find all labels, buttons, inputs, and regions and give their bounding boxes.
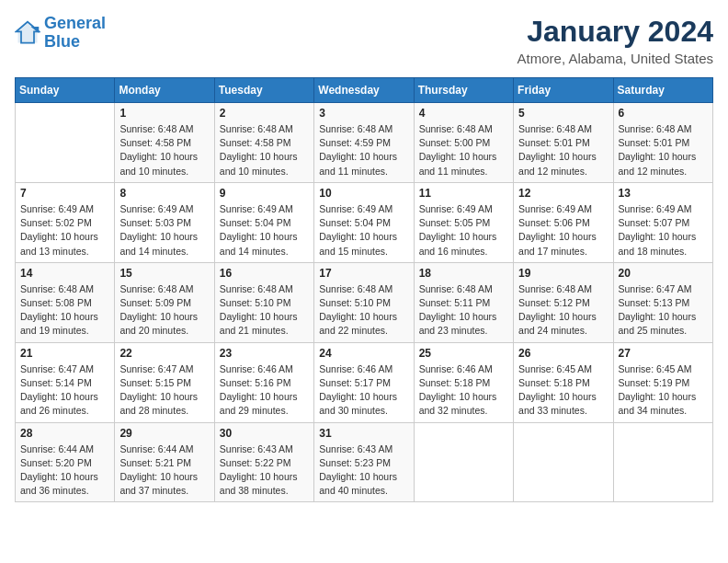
day-info: Sunrise: 6:49 AMSunset: 5:03 PMDaylight:… [119,202,209,259]
calendar-cell: 18Sunrise: 6:48 AMSunset: 5:11 PMDayligh… [414,262,513,342]
day-info: Sunrise: 6:46 AMSunset: 5:16 PMDaylight:… [220,362,309,419]
day-info: Sunrise: 6:48 AMSunset: 4:58 PMDaylight:… [119,122,209,178]
day-info: Sunrise: 6:47 AMSunset: 5:15 PMDaylight:… [119,362,209,419]
calendar-cell: 23Sunrise: 6:46 AMSunset: 5:16 PMDayligh… [214,342,313,422]
calendar-week-row: 7Sunrise: 6:49 AMSunset: 5:02 PMDaylight… [16,182,713,262]
calendar-cell: 30Sunrise: 6:43 AMSunset: 5:22 PMDayligh… [214,422,313,502]
calendar-cell: 21Sunrise: 6:47 AMSunset: 5:14 PMDayligh… [16,342,115,422]
day-info: Sunrise: 6:48 AMSunset: 5:12 PMDaylight:… [518,282,608,339]
day-number: 26 [518,347,608,360]
calendar-cell: 3Sunrise: 6:48 AMSunset: 4:59 PMDaylight… [314,103,414,183]
day-number: 21 [20,347,109,360]
day-info: Sunrise: 6:45 AMSunset: 5:18 PMDaylight:… [518,362,608,419]
calendar-week-row: 28Sunrise: 6:44 AMSunset: 5:20 PMDayligh… [16,422,713,502]
day-number: 5 [518,107,608,120]
calendar-cell: 17Sunrise: 6:48 AMSunset: 5:10 PMDayligh… [314,262,414,342]
calendar-cell: 25Sunrise: 6:46 AMSunset: 5:18 PMDayligh… [414,342,513,422]
column-header-thursday: Thursday [414,78,513,103]
day-number: 31 [319,427,408,440]
day-number: 17 [319,267,408,280]
day-number: 28 [20,427,109,440]
day-number: 7 [20,187,109,200]
column-header-sunday: Sunday [16,78,115,103]
day-info: Sunrise: 6:48 AMSunset: 5:00 PMDaylight:… [419,122,508,178]
calendar-subtitle: Atmore, Alabama, United States [518,51,713,66]
day-number: 3 [319,107,408,120]
day-info: Sunrise: 6:49 AMSunset: 5:04 PMDaylight:… [220,202,309,259]
day-number: 29 [119,427,209,440]
day-number: 4 [419,107,508,120]
day-info: Sunrise: 6:49 AMSunset: 5:06 PMDaylight:… [518,202,608,259]
day-number: 30 [220,427,309,440]
day-info: Sunrise: 6:45 AMSunset: 5:19 PMDaylight:… [619,362,708,419]
day-info: Sunrise: 6:49 AMSunset: 5:07 PMDaylight:… [619,202,708,259]
day-number: 10 [319,187,408,200]
day-info: Sunrise: 6:43 AMSunset: 5:23 PMDaylight:… [319,442,408,499]
calendar-table: SundayMondayTuesdayWednesdayThursdayFrid… [15,77,713,502]
day-info: Sunrise: 6:48 AMSunset: 5:10 PMDaylight:… [319,282,408,339]
calendar-cell: 12Sunrise: 6:49 AMSunset: 5:06 PMDayligh… [514,182,613,262]
calendar-cell: 8Sunrise: 6:49 AMSunset: 5:03 PMDaylight… [115,182,214,262]
day-number: 11 [419,187,508,200]
day-number: 15 [119,267,209,280]
day-info: Sunrise: 6:47 AMSunset: 5:14 PMDaylight:… [20,362,109,419]
day-info: Sunrise: 6:44 AMSunset: 5:21 PMDaylight:… [119,442,209,499]
title-block: January 2024 Atmore, Alabama, United Sta… [518,15,713,66]
calendar-cell: 13Sunrise: 6:49 AMSunset: 5:07 PMDayligh… [613,182,712,262]
day-number: 1 [119,107,209,120]
calendar-cell: 14Sunrise: 6:48 AMSunset: 5:08 PMDayligh… [16,262,115,342]
calendar-title: January 2024 [518,15,713,49]
day-info: Sunrise: 6:48 AMSunset: 5:01 PMDaylight:… [619,122,708,178]
calendar-cell: 6Sunrise: 6:48 AMSunset: 5:01 PMDaylight… [613,103,712,183]
calendar-week-row: 14Sunrise: 6:48 AMSunset: 5:08 PMDayligh… [16,262,713,342]
day-info: Sunrise: 6:46 AMSunset: 5:17 PMDaylight:… [319,362,408,419]
day-number: 25 [419,347,508,360]
day-number: 27 [619,347,708,360]
day-number: 8 [119,187,209,200]
day-info: Sunrise: 6:46 AMSunset: 5:18 PMDaylight:… [419,362,508,419]
day-number: 13 [619,187,708,200]
calendar-cell: 19Sunrise: 6:48 AMSunset: 5:12 PMDayligh… [514,262,613,342]
column-header-tuesday: Tuesday [214,78,313,103]
day-info: Sunrise: 6:43 AMSunset: 5:22 PMDaylight:… [220,442,309,499]
calendar-week-row: 21Sunrise: 6:47 AMSunset: 5:14 PMDayligh… [16,342,713,422]
day-number: 14 [20,267,109,280]
logo-text: GeneralBlue [44,15,106,52]
calendar-cell: 24Sunrise: 6:46 AMSunset: 5:17 PMDayligh… [314,342,414,422]
calendar-cell: 4Sunrise: 6:48 AMSunset: 5:00 PMDaylight… [414,103,513,183]
day-info: Sunrise: 6:48 AMSunset: 5:01 PMDaylight:… [518,122,608,178]
day-info: Sunrise: 6:47 AMSunset: 5:13 PMDaylight:… [619,282,708,339]
logo-icon [15,20,40,46]
calendar-cell: 29Sunrise: 6:44 AMSunset: 5:21 PMDayligh… [115,422,214,502]
column-header-wednesday: Wednesday [314,78,414,103]
calendar-cell: 28Sunrise: 6:44 AMSunset: 5:20 PMDayligh… [16,422,115,502]
day-number: 23 [220,347,309,360]
day-number: 24 [319,347,408,360]
calendar-cell: 27Sunrise: 6:45 AMSunset: 5:19 PMDayligh… [613,342,712,422]
day-info: Sunrise: 6:48 AMSunset: 4:59 PMDaylight:… [319,122,408,178]
page-header: GeneralBlue January 2024 Atmore, Alabama… [15,15,713,66]
day-number: 12 [518,187,608,200]
calendar-cell: 22Sunrise: 6:47 AMSunset: 5:15 PMDayligh… [115,342,214,422]
calendar-cell: 26Sunrise: 6:45 AMSunset: 5:18 PMDayligh… [514,342,613,422]
calendar-cell: 16Sunrise: 6:48 AMSunset: 5:10 PMDayligh… [214,262,313,342]
day-info: Sunrise: 6:49 AMSunset: 5:02 PMDaylight:… [20,202,109,259]
calendar-cell [16,103,115,183]
calendar-cell: 15Sunrise: 6:48 AMSunset: 5:09 PMDayligh… [115,262,214,342]
day-number: 2 [220,107,309,120]
day-info: Sunrise: 6:44 AMSunset: 5:20 PMDaylight:… [20,442,109,499]
calendar-cell: 10Sunrise: 6:49 AMSunset: 5:04 PMDayligh… [314,182,414,262]
calendar-cell: 5Sunrise: 6:48 AMSunset: 5:01 PMDaylight… [514,103,613,183]
day-info: Sunrise: 6:49 AMSunset: 5:05 PMDaylight:… [419,202,508,259]
calendar-header-row: SundayMondayTuesdayWednesdayThursdayFrid… [16,78,713,103]
day-info: Sunrise: 6:48 AMSunset: 5:11 PMDaylight:… [419,282,508,339]
calendar-cell: 20Sunrise: 6:47 AMSunset: 5:13 PMDayligh… [613,262,712,342]
day-info: Sunrise: 6:48 AMSunset: 5:08 PMDaylight:… [20,282,109,339]
calendar-week-row: 1Sunrise: 6:48 AMSunset: 4:58 PMDaylight… [16,103,713,183]
calendar-cell: 2Sunrise: 6:48 AMSunset: 4:58 PMDaylight… [214,103,313,183]
day-number: 20 [619,267,708,280]
calendar-cell: 7Sunrise: 6:49 AMSunset: 5:02 PMDaylight… [16,182,115,262]
day-info: Sunrise: 6:48 AMSunset: 5:10 PMDaylight:… [220,282,309,339]
calendar-cell [613,422,712,502]
column-header-saturday: Saturday [613,78,712,103]
